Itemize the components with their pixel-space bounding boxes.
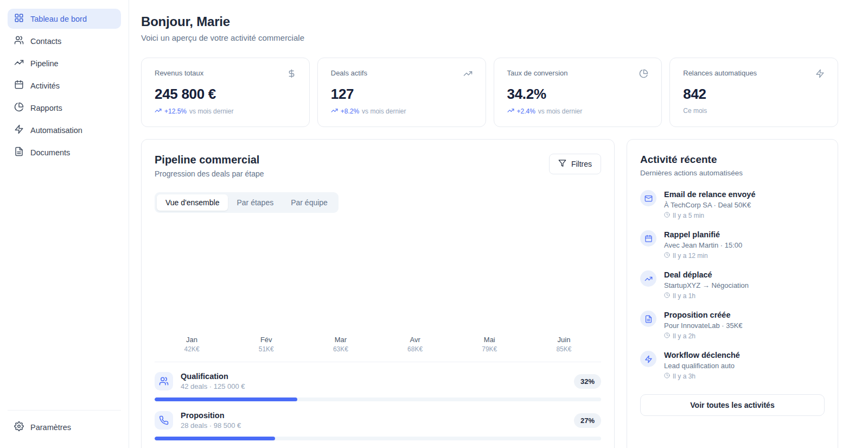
users-icon bbox=[155, 372, 173, 390]
sidebar: Tableau de bord Contacts Pipeline Activi… bbox=[0, 0, 129, 448]
activity-item-time: Il y a 5 min bbox=[664, 212, 755, 219]
zap-icon bbox=[14, 124, 24, 136]
dashboard-icon bbox=[14, 13, 24, 24]
activity-item-rappel: Rappel planifié Avec Jean Martin · 15:00… bbox=[640, 230, 825, 260]
stat-card-deals: Deals actifs 127 +8.2% vs mois dernier bbox=[317, 58, 486, 127]
clock-icon bbox=[664, 212, 670, 219]
stat-label: Taux de conversion bbox=[507, 69, 568, 77]
divider bbox=[155, 362, 601, 362]
stat-change: +2.4% vs mois dernier bbox=[507, 107, 649, 116]
funnel-icon bbox=[558, 159, 566, 169]
activity-item-sub: Avec Jean Martin · 15:00 bbox=[664, 241, 742, 249]
stat-label: Deals actifs bbox=[331, 69, 367, 77]
activity-list: Email de relance envoyé À TechCorp SA · … bbox=[640, 190, 825, 380]
stage-progress-track bbox=[155, 397, 601, 401]
sidebar-item-label: Paramètres bbox=[30, 423, 71, 432]
stage-percent-badge: 32% bbox=[574, 374, 601, 389]
stage-stats: 42 deals · 125 000 € bbox=[181, 382, 245, 390]
stat-period: Ce mois bbox=[683, 107, 825, 115]
contacts-icon bbox=[14, 35, 24, 47]
stat-change-percent: +12.5% bbox=[164, 108, 187, 115]
stat-change-suffix: vs mois dernier bbox=[189, 108, 233, 115]
stat-change-percent: +8.2% bbox=[341, 108, 359, 115]
sidebar-item-label: Pipeline bbox=[30, 59, 59, 68]
view-all-activities-button[interactable]: Voir toutes les activités bbox=[640, 394, 825, 416]
activity-item-title: Deal déplacé bbox=[664, 270, 749, 279]
phone-icon bbox=[155, 411, 173, 430]
activity-item-workflow: Workflow déclenché Lead qualification au… bbox=[640, 351, 825, 380]
month-label: Mai 79K€ bbox=[452, 336, 527, 353]
filters-button[interactable]: Filtres bbox=[549, 154, 601, 174]
stat-change-suffix: vs mois dernier bbox=[538, 108, 582, 115]
activity-item-proposition: Proposition créée Pour InnovateLab · 35K… bbox=[640, 311, 825, 340]
stage-percent-badge: 27% bbox=[574, 413, 601, 428]
activity-item-title: Email de relance envoyé bbox=[664, 190, 755, 199]
pipeline-section: Pipeline commercial Progression des deal… bbox=[141, 139, 615, 448]
stage-progress-track bbox=[155, 437, 601, 440]
sidebar-item-label: Documents bbox=[30, 148, 70, 157]
pipeline-stage-proposition: Proposition 28 deals · 98 500 € 27% bbox=[155, 411, 601, 440]
trending-up-icon bbox=[331, 107, 338, 116]
sidebar-item-label: Contacts bbox=[30, 37, 61, 46]
stage-progress-fill bbox=[155, 437, 275, 440]
stat-value: 245 800 € bbox=[155, 86, 296, 103]
tab-par-etapes[interactable]: Par étapes bbox=[228, 194, 282, 211]
pie-chart-icon bbox=[639, 69, 648, 80]
sidebar-item-contacts[interactable]: Contacts bbox=[8, 31, 121, 51]
document-icon bbox=[14, 147, 24, 158]
trending-up-icon bbox=[155, 107, 162, 116]
stage-name: Proposition bbox=[181, 411, 241, 420]
stat-change-percent: +2.4% bbox=[517, 108, 535, 115]
stat-value: 34.2% bbox=[507, 86, 649, 103]
tab-vue-densemble[interactable]: Vue d'ensemble bbox=[157, 194, 228, 211]
sidebar-item-automatisation[interactable]: Automatisation bbox=[8, 120, 121, 140]
activity-item-time: Il y a 3h bbox=[664, 373, 740, 380]
sidebar-item-parametres[interactable]: Paramètres bbox=[8, 417, 121, 437]
filters-button-label: Filtres bbox=[571, 160, 592, 168]
activity-item-title: Proposition créée bbox=[664, 311, 743, 319]
activity-item-sub: À TechCorp SA · Deal 50K€ bbox=[664, 201, 755, 209]
activity-subtitle: Dernières actions automatisées bbox=[640, 169, 825, 177]
dollar-icon bbox=[287, 69, 296, 80]
month-label: Fév 51K€ bbox=[229, 336, 303, 353]
sidebar-footer: Paramètres bbox=[8, 410, 121, 437]
pipeline-tabs: Vue d'ensemble Par étapes Par équipe bbox=[155, 192, 339, 213]
stat-value: 127 bbox=[331, 86, 473, 103]
activity-item-email: Email de relance envoyé À TechCorp SA · … bbox=[640, 190, 825, 219]
stat-label: Relances automatiques bbox=[683, 69, 757, 77]
zap-icon bbox=[815, 69, 825, 80]
sidebar-item-label: Tableau de bord bbox=[30, 15, 87, 23]
activity-item-title: Rappel planifié bbox=[664, 230, 742, 239]
stage-progress-fill bbox=[155, 397, 297, 401]
activity-item-deal: Deal déplacé StartupXYZ → Négociation Il… bbox=[640, 270, 825, 300]
tab-par-equipe[interactable]: Par équipe bbox=[282, 194, 336, 211]
stat-card-conversion: Taux de conversion 34.2% +2.4% vs mois d… bbox=[494, 58, 662, 127]
stage-stats: 28 deals · 98 500 € bbox=[181, 421, 241, 430]
stat-change: +8.2% vs mois dernier bbox=[331, 107, 473, 116]
activity-item-title: Workflow déclenché bbox=[664, 351, 740, 359]
sidebar-item-activites[interactable]: Activités bbox=[8, 75, 121, 96]
stat-change: +12.5% vs mois dernier bbox=[155, 107, 296, 116]
stat-card-revenus: Revenus totaux 245 800 € +12.5% vs mois … bbox=[141, 58, 310, 127]
activity-item-sub: Pour InnovateLab · 35K€ bbox=[664, 321, 743, 330]
trending-up-icon bbox=[507, 107, 514, 116]
pipeline-chart-month-labels: Jan 42K€ Fév 51K€ Mar 63K€ Avr 68K€ bbox=[155, 336, 601, 353]
sidebar-item-tableau-de-bord[interactable]: Tableau de bord bbox=[8, 9, 121, 29]
activity-item-time: Il y a 2h bbox=[664, 332, 743, 340]
sidebar-nav: Tableau de bord Contacts Pipeline Activi… bbox=[8, 9, 121, 165]
clock-icon bbox=[664, 332, 670, 340]
page-subtitle: Voici un aperçu de votre activité commer… bbox=[141, 33, 838, 42]
sidebar-item-documents[interactable]: Documents bbox=[8, 142, 121, 162]
trending-up-icon bbox=[463, 69, 473, 80]
stat-card-relances: Relances automatiques 842 Ce mois bbox=[669, 58, 838, 127]
sidebar-item-pipeline[interactable]: Pipeline bbox=[8, 53, 121, 73]
sidebar-item-rapports[interactable]: Rapports bbox=[8, 98, 121, 118]
pipeline-chart-plot-area bbox=[155, 213, 601, 336]
clock-icon bbox=[664, 292, 670, 300]
pipeline-stage-qualification: Qualification 42 deals · 125 000 € 32% bbox=[155, 372, 601, 401]
activity-title: Activité récente bbox=[640, 154, 825, 166]
stage-name: Qualification bbox=[181, 372, 245, 381]
recent-activity-panel: Activité récente Dernières actions autom… bbox=[627, 139, 838, 448]
month-label: Juin 85K€ bbox=[527, 336, 601, 353]
month-label: Avr 68K€ bbox=[378, 336, 452, 353]
